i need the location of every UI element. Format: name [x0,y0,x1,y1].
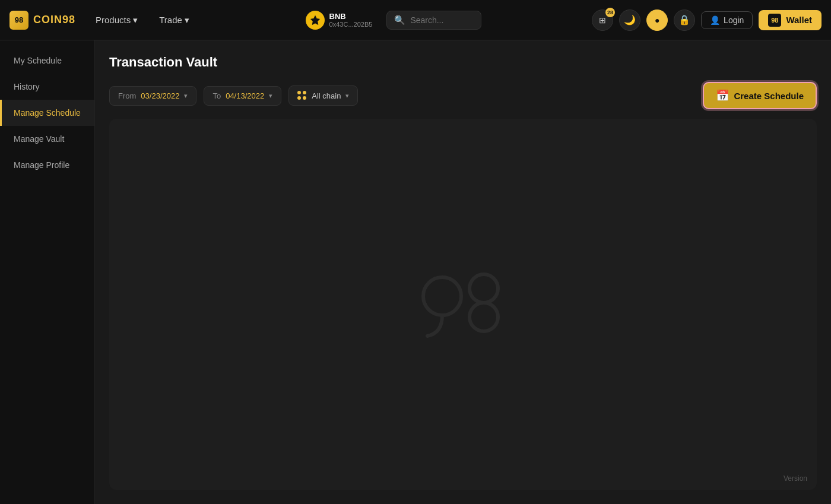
chain-selector[interactable]: All chain ▾ [288,85,358,106]
circle-icon: ● [655,15,659,25]
notifications-button[interactable]: ⊞ 28 [592,9,613,31]
user-icon: 👤 [710,15,720,25]
grid-icon: ⊞ [599,15,606,25]
page-title: Transaction Vault [109,55,817,70]
nav-trade-label: Trade [159,15,182,25]
main-content: Transaction Vault From 03/23/2022 ▾ To 0… [95,40,831,504]
moon-icon-button[interactable]: 🌙 [619,9,640,31]
login-button[interactable]: 👤 Login [701,11,753,29]
version-text: Version [784,474,807,483]
to-label: To [212,91,221,100]
from-date-picker[interactable]: From 03/23/2022 ▾ [109,86,196,106]
to-date-picker[interactable]: To 04/13/2022 ▾ [204,86,281,106]
watermark-logo [404,262,522,347]
to-chevron-icon: ▾ [269,92,272,100]
svg-point-1 [423,277,461,315]
header: 98 COIN98 Products ▾ Trade ▾ BNB 0x43C..… [0,0,831,40]
search-icon: 🔍 [394,15,405,26]
nav-trade[interactable]: Trade ▾ [153,11,195,29]
sidebar-label-my-schedule: My Schedule [14,56,62,65]
nav-products-label: Products [96,15,131,25]
chain-icon [297,91,307,100]
bnb-info[interactable]: BNB 0x43C...202B5 [306,11,373,30]
sidebar-item-manage-profile[interactable]: Manage Profile [0,152,94,178]
bnb-address: 0x43C...202B5 [329,21,373,28]
sidebar: My Schedule History Manage Schedule Mana… [0,40,95,504]
theme-dot-button[interactable]: ● [646,9,668,31]
toolbar: From 03/23/2022 ▾ To 04/13/2022 ▾ All ch… [109,82,817,109]
logo-area[interactable]: 98 COIN98 [9,11,75,30]
logo-name: COIN98 [33,14,75,26]
sidebar-label-manage-vault: Manage Vault [14,134,64,144]
chevron-down-icon: ▾ [133,15,138,26]
search-box[interactable]: 🔍 [386,11,481,30]
badge-count: 28 [605,8,615,17]
body-layout: My Schedule History Manage Schedule Mana… [0,40,831,504]
lock-button[interactable]: 🔒 [674,9,695,31]
sidebar-item-manage-schedule[interactable]: Manage Schedule [0,100,94,126]
nav-products[interactable]: Products ▾ [90,11,144,29]
svg-point-3 [470,303,498,331]
svg-marker-0 [310,15,319,24]
moon-icon: 🌙 [624,14,636,26]
create-schedule-label: Create Schedule [734,91,804,101]
from-chevron-icon: ▾ [184,92,188,100]
schedule-icon: 📅 [716,89,729,102]
bnb-icon [306,11,325,30]
from-label: From [118,91,136,100]
wallet-icon: 98 [768,14,781,27]
sidebar-item-my-schedule[interactable]: My Schedule [0,47,94,74]
create-schedule-button[interactable]: 📅 Create Schedule [703,82,817,109]
from-date-value: 03/23/2022 [141,91,179,100]
bnb-text: BNB 0x43C...202B5 [329,12,373,28]
chevron-down-icon: ▾ [185,15,189,26]
search-input[interactable] [410,15,474,25]
sidebar-label-manage-schedule: Manage Schedule [14,108,81,118]
chain-chevron-icon: ▾ [345,92,349,100]
chain-label: All chain [312,91,341,100]
sidebar-label-manage-profile: Manage Profile [14,160,69,170]
lock-icon: 🔒 [678,14,690,26]
wallet-button[interactable]: 98 Wallet [759,10,822,30]
login-label: Login [724,15,744,25]
svg-point-2 [470,274,498,303]
header-center: BNB 0x43C...202B5 🔍 [205,11,582,30]
sidebar-item-manage-vault[interactable]: Manage Vault [0,126,94,152]
sidebar-item-history[interactable]: History [0,74,94,100]
to-date-value: 04/13/2022 [226,91,264,100]
sidebar-label-history: History [14,82,40,91]
header-right: ⊞ 28 🌙 ● 🔒 👤 Login 98 Wallet [592,9,822,31]
wallet-label: Wallet [786,15,812,25]
content-area: Version [109,119,817,490]
bnb-symbol: BNB [329,12,373,21]
logo-badge: 98 [9,11,28,30]
